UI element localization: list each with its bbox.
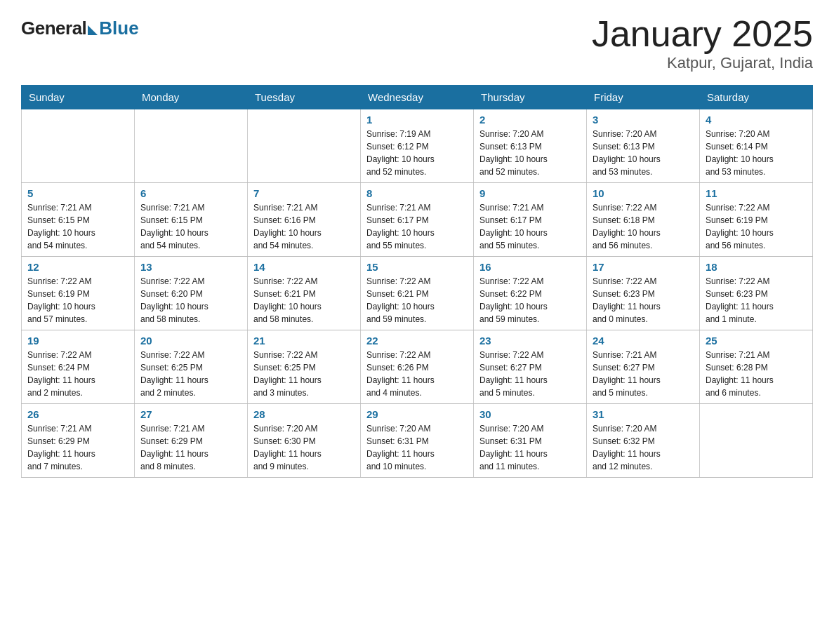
day-number: 22 [366,335,468,347]
day-info: Sunrise: 7:22 AM Sunset: 6:24 PM Dayligh… [27,349,128,399]
calendar-cell: 30Sunrise: 7:20 AM Sunset: 6:31 PM Dayli… [474,404,587,478]
day-number: 31 [593,408,694,420]
logo: General Blue [21,18,139,39]
calendar-week-row: 12Sunrise: 7:22 AM Sunset: 6:19 PM Dayli… [22,257,813,330]
calendar-cell: 21Sunrise: 7:22 AM Sunset: 6:25 PM Dayli… [248,330,361,404]
calendar-cell: 6Sunrise: 7:21 AM Sunset: 6:15 PM Daylig… [135,183,248,257]
day-number: 19 [27,335,128,347]
weekday-header-row: SundayMondayTuesdayWednesdayThursdayFrid… [22,86,813,109]
weekday-header-sunday: Sunday [22,86,135,109]
day-info: Sunrise: 7:20 AM Sunset: 6:13 PM Dayligh… [593,128,694,178]
calendar-cell: 31Sunrise: 7:20 AM Sunset: 6:32 PM Dayli… [587,404,700,478]
day-number: 27 [140,408,241,420]
calendar-cell [248,109,361,183]
day-info: Sunrise: 7:20 AM Sunset: 6:30 PM Dayligh… [253,422,355,473]
calendar-table: SundayMondayTuesdayWednesdayThursdayFrid… [21,85,813,478]
page-title: January 2025 [592,14,813,54]
calendar-cell: 11Sunrise: 7:22 AM Sunset: 6:19 PM Dayli… [700,183,813,257]
calendar-week-row: 19Sunrise: 7:22 AM Sunset: 6:24 PM Dayli… [22,330,813,404]
day-info: Sunrise: 7:22 AM Sunset: 6:23 PM Dayligh… [706,275,807,326]
calendar-cell [135,109,248,183]
day-number: 15 [366,261,468,273]
day-number: 23 [479,335,581,347]
day-number: 5 [27,187,128,199]
day-info: Sunrise: 7:20 AM Sunset: 6:14 PM Dayligh… [706,128,807,178]
day-info: Sunrise: 7:22 AM Sunset: 6:22 PM Dayligh… [479,275,581,326]
day-number: 12 [27,261,128,273]
day-info: Sunrise: 7:20 AM Sunset: 6:13 PM Dayligh… [479,128,581,178]
day-info: Sunrise: 7:21 AM Sunset: 6:15 PM Dayligh… [27,201,128,252]
calendar-cell: 1Sunrise: 7:19 AM Sunset: 6:12 PM Daylig… [361,109,474,183]
day-info: Sunrise: 7:22 AM Sunset: 6:21 PM Dayligh… [366,275,468,326]
calendar-cell: 4Sunrise: 7:20 AM Sunset: 6:14 PM Daylig… [700,109,813,183]
day-info: Sunrise: 7:20 AM Sunset: 6:31 PM Dayligh… [366,422,468,473]
calendar-cell: 16Sunrise: 7:22 AM Sunset: 6:22 PM Dayli… [474,257,587,330]
day-info: Sunrise: 7:20 AM Sunset: 6:31 PM Dayligh… [479,422,581,473]
day-number: 4 [706,114,807,126]
weekday-header-monday: Monday [135,86,248,109]
day-number: 6 [140,187,241,199]
day-number: 14 [253,261,355,273]
day-info: Sunrise: 7:22 AM Sunset: 6:27 PM Dayligh… [479,349,581,399]
calendar-week-row: 1Sunrise: 7:19 AM Sunset: 6:12 PM Daylig… [22,109,813,183]
page-header: General Blue January 2025 Katpur, Gujara… [21,14,813,72]
day-number: 21 [253,335,355,347]
calendar-cell: 12Sunrise: 7:22 AM Sunset: 6:19 PM Dayli… [22,257,135,330]
day-number: 30 [479,408,581,420]
title-block: January 2025 Katpur, Gujarat, India [592,14,813,72]
calendar-cell: 14Sunrise: 7:22 AM Sunset: 6:21 PM Dayli… [248,257,361,330]
day-number: 18 [706,261,807,273]
calendar-body: 1Sunrise: 7:19 AM Sunset: 6:12 PM Daylig… [22,109,813,478]
day-number: 11 [706,187,807,199]
calendar-cell: 27Sunrise: 7:21 AM Sunset: 6:29 PM Dayli… [135,404,248,478]
day-info: Sunrise: 7:22 AM Sunset: 6:18 PM Dayligh… [593,201,694,252]
weekday-header-thursday: Thursday [474,86,587,109]
calendar-cell: 15Sunrise: 7:22 AM Sunset: 6:21 PM Dayli… [361,257,474,330]
calendar-cell: 19Sunrise: 7:22 AM Sunset: 6:24 PM Dayli… [22,330,135,404]
calendar-cell [700,404,813,478]
day-info: Sunrise: 7:21 AM Sunset: 6:15 PM Dayligh… [140,201,241,252]
calendar-cell: 10Sunrise: 7:22 AM Sunset: 6:18 PM Dayli… [587,183,700,257]
day-number: 13 [140,261,241,273]
day-number: 28 [253,408,355,420]
calendar-week-row: 26Sunrise: 7:21 AM Sunset: 6:29 PM Dayli… [22,404,813,478]
calendar-cell: 2Sunrise: 7:20 AM Sunset: 6:13 PM Daylig… [474,109,587,183]
day-number: 2 [479,114,581,126]
day-info: Sunrise: 7:22 AM Sunset: 6:26 PM Dayligh… [366,349,468,399]
page-subtitle: Katpur, Gujarat, India [592,54,813,72]
day-info: Sunrise: 7:22 AM Sunset: 6:19 PM Dayligh… [27,275,128,326]
calendar-cell: 17Sunrise: 7:22 AM Sunset: 6:23 PM Dayli… [587,257,700,330]
calendar-cell: 26Sunrise: 7:21 AM Sunset: 6:29 PM Dayli… [22,404,135,478]
day-info: Sunrise: 7:22 AM Sunset: 6:23 PM Dayligh… [593,275,694,326]
day-number: 9 [479,187,581,199]
calendar-cell: 23Sunrise: 7:22 AM Sunset: 6:27 PM Dayli… [474,330,587,404]
calendar-header: SundayMondayTuesdayWednesdayThursdayFrid… [22,86,813,109]
day-number: 24 [593,335,694,347]
calendar-cell: 25Sunrise: 7:21 AM Sunset: 6:28 PM Dayli… [700,330,813,404]
calendar-cell: 20Sunrise: 7:22 AM Sunset: 6:25 PM Dayli… [135,330,248,404]
logo-blue-text: Blue [99,18,138,39]
calendar-cell: 13Sunrise: 7:22 AM Sunset: 6:20 PM Dayli… [135,257,248,330]
calendar-cell: 7Sunrise: 7:21 AM Sunset: 6:16 PM Daylig… [248,183,361,257]
day-info: Sunrise: 7:21 AM Sunset: 6:29 PM Dayligh… [140,422,241,473]
day-info: Sunrise: 7:21 AM Sunset: 6:16 PM Dayligh… [253,201,355,252]
day-info: Sunrise: 7:21 AM Sunset: 6:27 PM Dayligh… [593,349,694,399]
calendar-cell [22,109,135,183]
day-number: 7 [253,187,355,199]
day-info: Sunrise: 7:21 AM Sunset: 6:29 PM Dayligh… [27,422,128,473]
day-number: 16 [479,261,581,273]
calendar-cell: 24Sunrise: 7:21 AM Sunset: 6:27 PM Dayli… [587,330,700,404]
day-info: Sunrise: 7:22 AM Sunset: 6:25 PM Dayligh… [253,349,355,399]
calendar-cell: 28Sunrise: 7:20 AM Sunset: 6:30 PM Dayli… [248,404,361,478]
day-number: 10 [593,187,694,199]
calendar-cell: 8Sunrise: 7:21 AM Sunset: 6:17 PM Daylig… [361,183,474,257]
weekday-header-tuesday: Tuesday [248,86,361,109]
weekday-header-saturday: Saturday [700,86,813,109]
calendar-cell: 9Sunrise: 7:21 AM Sunset: 6:17 PM Daylig… [474,183,587,257]
calendar-cell: 22Sunrise: 7:22 AM Sunset: 6:26 PM Dayli… [361,330,474,404]
day-number: 26 [27,408,128,420]
day-info: Sunrise: 7:21 AM Sunset: 6:28 PM Dayligh… [706,349,807,399]
day-info: Sunrise: 7:21 AM Sunset: 6:17 PM Dayligh… [479,201,581,252]
day-number: 1 [366,114,468,126]
day-number: 17 [593,261,694,273]
